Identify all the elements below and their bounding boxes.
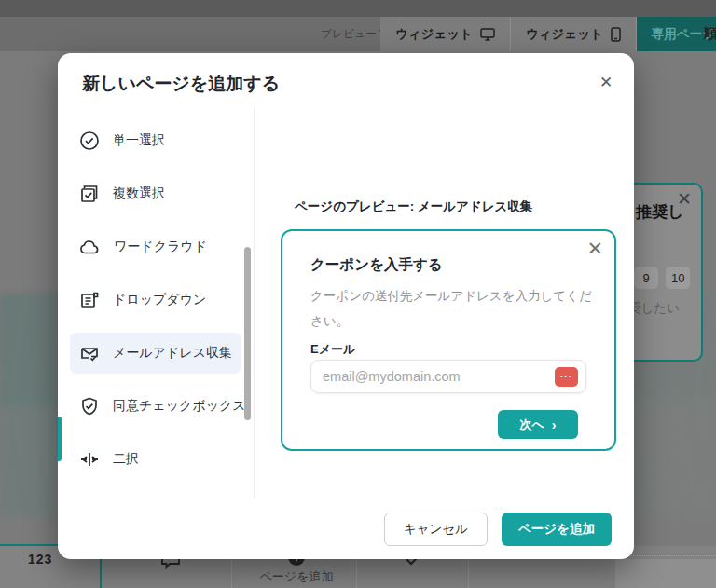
background-bottom-right-panel <box>615 559 716 588</box>
coupon-card-title: クーポンを入手する <box>310 255 443 275</box>
sidebar-item-email-collection[interactable]: メールアドレス収集 <box>70 333 241 374</box>
background-toolbar: プレビューモード ウィジェット ウィジェット 専用ページ 順 <box>0 17 716 51</box>
sidebar-item-label: メールアドレス収集 <box>113 345 232 362</box>
nps-score-9[interactable]: 9 <box>634 267 658 289</box>
desktop-icon <box>480 28 495 41</box>
sidebar-item-numeric-scale[interactable]: 123 数値スケール <box>70 492 241 499</box>
selected-item-indicator <box>58 417 62 461</box>
modal-title: 新しいページを追加する <box>82 72 280 96</box>
multi-select-icon <box>79 184 100 204</box>
sidebar-scrollbar[interactable] <box>244 247 251 420</box>
next-button[interactable]: 次へ › <box>498 410 578 439</box>
chevron-right-icon: › <box>552 417 557 432</box>
sidebar-item-single-select[interactable]: 単一選択 <box>70 120 241 161</box>
tab-widget-desktop[interactable]: ウィジェット <box>380 17 510 51</box>
sidebar-item-consent-checkbox[interactable]: 同意チェックボックス <box>70 386 241 427</box>
add-page-background-label: ページを追加 <box>254 568 339 585</box>
two-choice-icon <box>79 449 100 470</box>
shield-check-icon <box>79 396 100 417</box>
page-type-sidebar: 単一選択 複数選択 ワードクラウド ドロップダウン メールアドレス収集 <box>58 107 255 499</box>
add-page-modal: 新しいページを追加する ✕ 単一選択 複数選択 ワードクラウド <box>58 53 634 559</box>
preview-tabs: ウィジェット ウィジェット 専用ページ <box>380 17 716 51</box>
email-field[interactable] <box>311 369 555 384</box>
sidebar-item-label: 二択 <box>113 451 139 468</box>
text-input-icon: ··· <box>555 367 578 387</box>
sidebar-item-word-cloud[interactable]: ワードクラウド <box>70 226 241 267</box>
email-field-label: Eメール <box>310 341 355 358</box>
coupon-card-description: クーポンの送付先メールアドレスを入力してください。 <box>310 283 596 334</box>
email-input-wrapper: ··· <box>310 360 586 393</box>
close-icon[interactable]: ✕ <box>595 71 617 93</box>
next-button-label: 次へ <box>520 417 544 433</box>
sidebar-item-label: ワードクラウド <box>114 239 207 255</box>
toolbar-right-partial-text: 順 <box>704 17 716 51</box>
tab-widget-desktop-label: ウィジェット <box>395 26 473 43</box>
preview-pane: ページのプレビュー: メールアドレス収集 ✕ クーポンを入手する クーポンの送付… <box>255 107 634 499</box>
sidebar-item-dropdown[interactable]: ドロップダウン <box>70 280 241 321</box>
cloud-icon <box>79 237 101 257</box>
dropdown-icon <box>79 290 100 310</box>
tab-widget-mobile-label: ウィジェット <box>526 26 603 43</box>
sidebar-item-label: ドロップダウン <box>113 292 206 308</box>
sidebar-item-label: 複数選択 <box>113 185 165 202</box>
sidebar-item-label: 同意チェックボックス <box>113 398 246 415</box>
sidebar-item-two-choice[interactable]: 二択 <box>70 439 241 480</box>
modal-footer: キャンセル ページを追加 <box>58 499 634 559</box>
close-icon[interactable]: ✕ <box>586 239 603 258</box>
preview-heading: ページのプレビュー: メールアドレス収集 <box>295 198 532 215</box>
survey-card-title-partial: 推奨し <box>636 201 683 223</box>
mobile-icon <box>611 27 621 42</box>
sidebar-item-label: 単一選択 <box>113 132 165 149</box>
sidebar-item-multi-select[interactable]: 複数選択 <box>70 173 241 214</box>
cancel-button[interactable]: キャンセル <box>384 513 488 546</box>
nps-score-chips: 9 10 <box>634 267 690 289</box>
tab-widget-mobile[interactable]: ウィジェット <box>510 17 636 51</box>
email-check-icon <box>79 343 100 363</box>
screen: プレビューモード ウィジェット ウィジェット 専用ページ 順 ✕ 推奨し 9 1… <box>0 0 716 588</box>
numeric-scale-thumbnail-label: 123 <box>28 552 52 567</box>
email-collection-preview-card: ✕ クーポンを入手する クーポンの送付先メールアドレスを入力してください。 Eメ… <box>281 229 616 451</box>
add-page-button[interactable]: ページを追加 <box>502 513 612 546</box>
nps-score-10[interactable]: 10 <box>666 267 690 289</box>
nps-caption-partial: 奨したい <box>628 300 680 317</box>
check-circle-icon <box>79 130 100 151</box>
modal-header: 新しいページを追加する ✕ <box>58 53 634 107</box>
background-top-strip <box>0 0 716 17</box>
